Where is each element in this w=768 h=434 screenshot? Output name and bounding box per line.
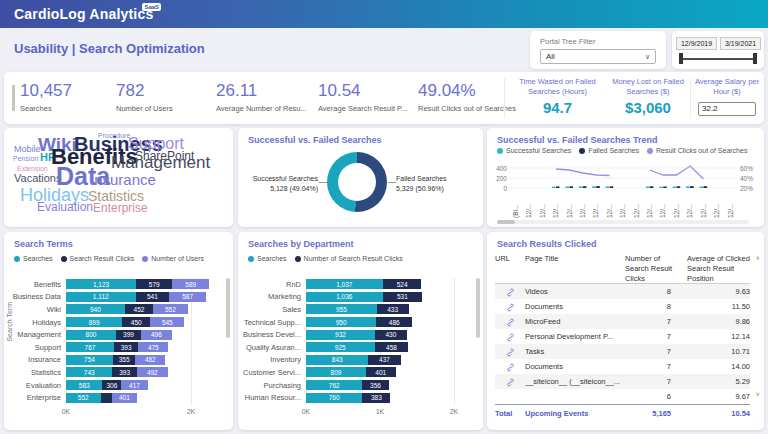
bar-segment[interactable]: 393 — [114, 342, 139, 352]
bar-segment[interactable]: 417 — [121, 380, 147, 390]
bar-segment[interactable]: 541 — [136, 292, 170, 302]
trend-bar[interactable] — [556, 186, 560, 188]
bar-segment[interactable]: 754 — [66, 355, 113, 365]
scroll-down-icon[interactable]: ∨ — [756, 390, 760, 397]
trend-bar[interactable] — [663, 187, 667, 189]
legend-item[interactable]: Result Clicks out of Searches — [647, 147, 747, 154]
bar-segment[interactable]: 589 — [172, 279, 209, 289]
bar-segment[interactable]: 401 — [112, 393, 137, 403]
bar-segment[interactable]: 843 — [306, 355, 368, 365]
word-cloud-word[interactable]: Vacations — [14, 173, 62, 184]
bar-segment[interactable]: 1,036 — [306, 292, 383, 302]
table-row[interactable]: Tasks710.71 — [495, 344, 750, 359]
bar-segment[interactable]: 800 — [66, 330, 116, 340]
column-header-avg-position[interactable]: Average of Clicked Search Result Positio… — [687, 254, 753, 283]
table-row[interactable]: Documents811.50 — [495, 299, 750, 314]
table-row[interactable]: __siteicon__ (__siteicon__...75.29 — [495, 374, 750, 389]
trend-bar[interactable] — [700, 187, 704, 189]
bar-segment[interactable]: 552 — [153, 304, 188, 314]
trend-bar[interactable] — [704, 186, 708, 188]
word-cloud-word[interactable]: Enterprise — [93, 202, 148, 214]
average-salary-input[interactable] — [698, 102, 756, 116]
trend-bar[interactable] — [659, 187, 663, 188]
bar-segment[interactable]: 762 — [306, 380, 362, 390]
legend-item[interactable]: Search Result Clicks — [61, 255, 135, 262]
trend-bar[interactable] — [583, 186, 587, 188]
bar-segment[interactable]: 486 — [376, 317, 412, 327]
bar-segment[interactable]: 940 — [66, 304, 125, 314]
bar-segment[interactable]: 492 — [137, 367, 168, 377]
legend-item[interactable]: Failed Searches — [579, 147, 639, 154]
bar-segment[interactable] — [101, 393, 112, 403]
bar-segment[interactable]: 552 — [66, 393, 101, 403]
legend-item[interactable]: Searches — [14, 255, 53, 262]
word-cloud-word[interactable]: Evaluation — [37, 201, 93, 213]
bar-segment[interactable]: 306 — [102, 380, 121, 390]
bar-segment[interactable]: 383 — [362, 393, 390, 403]
table-row[interactable]: Personal Development P...712.14 — [495, 329, 750, 344]
word-cloud-word[interactable]: Mobile — [14, 145, 41, 154]
bar-segment[interactable]: 925 — [306, 342, 375, 352]
bar-segment[interactable]: 475 — [138, 342, 168, 352]
trend-bar[interactable] — [650, 186, 654, 188]
table-row[interactable]: Documents714.00 — [495, 359, 750, 374]
link-icon[interactable] — [506, 348, 515, 357]
trend-scrollbar-thumb[interactable] — [497, 220, 515, 224]
link-icon[interactable] — [506, 333, 515, 342]
trend-bar[interactable] — [677, 186, 681, 188]
date-slider-handle-end[interactable] — [753, 53, 757, 64]
trend-bar[interactable] — [673, 187, 677, 189]
trend-bar[interactable] — [565, 187, 569, 189]
legend-item[interactable]: Number of Search Result Clicks — [295, 255, 403, 262]
bar-segment[interactable]: 437 — [368, 355, 400, 365]
trend-bar[interactable] — [552, 187, 556, 188]
bar-segment[interactable]: 1,112 — [66, 292, 136, 302]
date-end-input[interactable]: 3/19/2021 — [720, 37, 761, 50]
table-row[interactable]: Videos89.63 — [495, 284, 750, 299]
donut-chart[interactable] — [327, 152, 387, 212]
date-slider-track[interactable] — [681, 58, 756, 60]
date-start-input[interactable]: 12/9/2019 — [676, 37, 717, 50]
bar-segment[interactable]: 433 — [377, 304, 409, 314]
scroll-up-icon[interactable]: ∧ — [756, 254, 760, 261]
bar-segment[interactable]: 458 — [375, 342, 409, 352]
trend-bar[interactable] — [579, 186, 583, 188]
bar-segment[interactable]: 450 — [122, 317, 150, 327]
column-header-page-title[interactable]: Page Title — [525, 254, 621, 264]
link-icon[interactable] — [506, 378, 515, 387]
bar-segment[interactable]: 356 — [362, 380, 388, 390]
bar-segment[interactable]: 743 — [66, 367, 112, 377]
word-cloud-word[interactable]: Insurance — [90, 172, 156, 187]
word-cloud-word[interactable]: Management — [111, 154, 210, 171]
column-header-url[interactable]: URL — [495, 254, 525, 264]
word-cloud-word[interactable]: Procedure — [98, 132, 130, 139]
trend-bar[interactable] — [646, 187, 650, 189]
bar-segment[interactable]: 545 — [150, 317, 184, 327]
trend-scrollbar[interactable] — [497, 220, 749, 224]
word-cloud-word[interactable]: Extension — [17, 165, 48, 172]
bar-segment[interactable]: 899 — [66, 317, 122, 327]
bar-segment[interactable]: 452 — [125, 304, 153, 314]
bar-segment[interactable]: 1,123 — [66, 279, 136, 289]
bar-segment[interactable]: 809 — [306, 367, 366, 377]
trend-bar[interactable] — [596, 186, 600, 188]
bar-segment[interactable]: 399 — [116, 330, 141, 340]
bar-segment[interactable]: 531 — [383, 292, 422, 302]
bar-segment[interactable]: 393 — [112, 367, 137, 377]
trend-bar[interactable] — [592, 186, 596, 188]
bar-segment[interactable]: 583 — [66, 380, 102, 390]
link-icon[interactable] — [506, 318, 515, 327]
link-icon[interactable] — [506, 288, 515, 297]
bar-segment[interactable]: 955 — [306, 304, 377, 314]
trend-bar[interactable] — [606, 187, 610, 189]
trend-bar[interactable] — [610, 186, 614, 188]
bar-segment[interactable]: 579 — [136, 279, 172, 289]
trend-bar[interactable] — [690, 186, 694, 188]
bar-segment[interactable]: 760 — [306, 393, 362, 403]
bar-segment[interactable]: 430 — [375, 330, 407, 340]
date-slider-handle-start[interactable] — [679, 53, 683, 64]
bar-segment[interactable]: 950 — [306, 317, 376, 327]
link-icon[interactable] — [506, 303, 515, 312]
trend-bar[interactable] — [569, 186, 573, 188]
legend-item[interactable]: Searches — [248, 255, 287, 262]
